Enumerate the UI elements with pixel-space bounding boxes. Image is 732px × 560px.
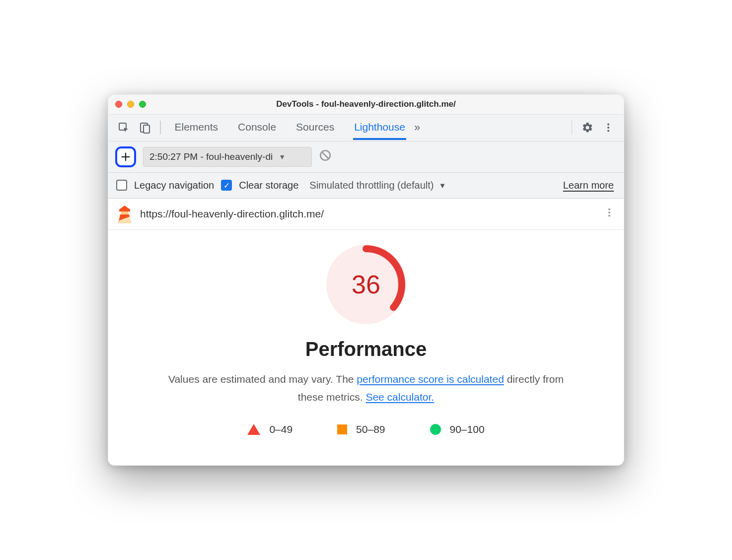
minimize-window-button[interactable] <box>127 101 134 108</box>
svg-point-5 <box>607 130 609 132</box>
clear-storage-label: Clear storage <box>239 180 298 191</box>
report-select[interactable]: 2:50:27 PM - foul-heavenly-di ▼ <box>143 147 312 167</box>
separator <box>160 121 161 135</box>
maximize-window-button[interactable] <box>139 101 146 108</box>
score-title: Performance <box>128 338 604 360</box>
throttling-select[interactable]: Simulated throttling (default) ▼ <box>309 180 446 191</box>
clear-storage-checkbox[interactable]: ✓ <box>221 180 232 191</box>
new-report-button[interactable] <box>115 146 136 167</box>
tab-lighthouse[interactable]: Lighthouse <box>353 115 406 140</box>
clear-report-icon[interactable] <box>319 149 332 165</box>
more-tabs-icon[interactable]: » <box>410 121 424 134</box>
separator <box>572 121 573 135</box>
svg-marker-10 <box>119 206 130 211</box>
report-more-options-icon[interactable] <box>604 207 615 221</box>
learn-more-link[interactable]: Learn more <box>563 180 614 191</box>
tab-elements[interactable]: Elements <box>174 115 220 140</box>
panel-tabs: Elements Console Sources Lighthouse <box>174 115 406 140</box>
circle-icon <box>430 424 441 435</box>
chevron-down-icon: ▼ <box>279 153 286 161</box>
report-url-row: https://foul-heavenly-direction.glitch.m… <box>108 199 624 230</box>
score-description: Values are estimated and may vary. The p… <box>162 370 570 406</box>
report-url: https://foul-heavenly-direction.glitch.m… <box>140 208 595 220</box>
legend-fail: 0–49 <box>247 423 293 435</box>
throttling-label: Simulated throttling (default) <box>309 180 434 191</box>
more-options-icon[interactable] <box>600 119 617 136</box>
svg-point-3 <box>607 124 609 126</box>
svg-point-15 <box>608 211 610 213</box>
toggle-device-toolbar-icon[interactable] <box>136 119 153 136</box>
inspect-element-icon[interactable] <box>115 119 132 136</box>
score-value: 36 <box>326 245 406 324</box>
devtools-window: DevTools - foul-heavenly-direction.glitc… <box>108 94 624 466</box>
svg-rect-11 <box>121 211 128 214</box>
titlebar: DevTools - foul-heavenly-direction.glitc… <box>108 95 624 115</box>
window-title: DevTools - foul-heavenly-direction.glitc… <box>108 99 624 109</box>
chevron-down-icon: ▼ <box>439 181 446 190</box>
score-calc-link[interactable]: performance score is calculated <box>357 373 504 385</box>
legacy-navigation-label: Legacy navigation <box>134 180 214 191</box>
close-window-button[interactable] <box>115 101 122 108</box>
score-gauge: 36 <box>326 245 406 324</box>
legend-average: 50–89 <box>337 423 385 435</box>
lighthouse-logo-icon <box>117 206 131 222</box>
traffic-lights <box>115 101 146 108</box>
tab-console[interactable]: Console <box>237 115 277 140</box>
settings-icon[interactable] <box>579 119 596 136</box>
square-icon <box>337 424 347 434</box>
svg-point-14 <box>608 208 610 210</box>
devtools-tabstrip: Elements Console Sources Lighthouse » <box>108 115 624 141</box>
score-calculator-link[interactable]: See calculator. <box>366 391 434 403</box>
svg-line-9 <box>322 152 329 158</box>
performance-score-section: 36 Performance Values are estimated and … <box>108 230 624 465</box>
score-legend: 0–49 50–89 90–100 <box>128 423 604 435</box>
tab-sources[interactable]: Sources <box>295 115 335 140</box>
svg-point-16 <box>608 214 610 216</box>
lighthouse-toolbar: 2:50:27 PM - foul-heavenly-di ▼ <box>108 141 624 173</box>
report-select-label: 2:50:27 PM - foul-heavenly-di <box>149 151 273 162</box>
triangle-icon <box>247 424 260 435</box>
svg-point-4 <box>607 127 609 129</box>
lighthouse-options: Legacy navigation ✓ Clear storage Simula… <box>108 173 624 199</box>
legacy-navigation-checkbox[interactable] <box>116 180 127 191</box>
svg-rect-2 <box>144 125 149 133</box>
legend-pass: 90–100 <box>430 423 485 435</box>
